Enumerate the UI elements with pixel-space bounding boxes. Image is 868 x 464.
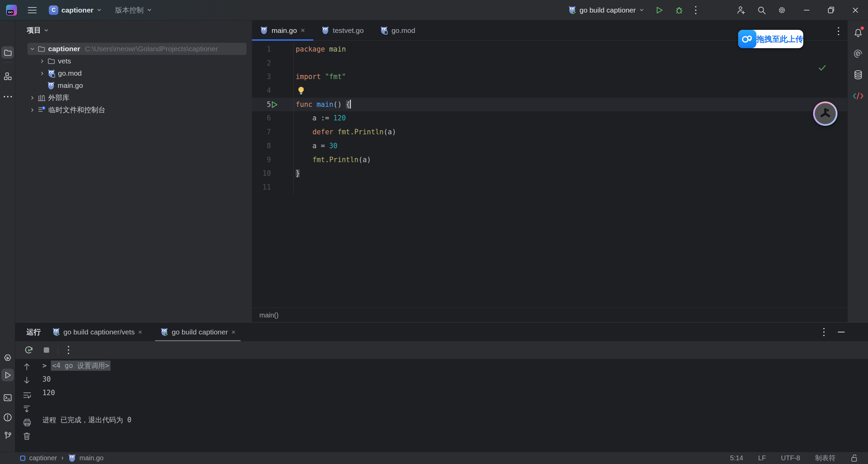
code-token: Println <box>354 128 383 136</box>
code-line-4: 4 <box>252 84 847 98</box>
console-printer-icon[interactable] <box>23 418 32 427</box>
code-token <box>325 45 329 53</box>
window-restore-button[interactable] <box>827 6 835 15</box>
run-console[interactable]: > <4 go 设置调用>30120进程 已完成，退出代码为 0 <box>42 359 868 452</box>
tab-close-icon[interactable]: × <box>138 328 142 336</box>
more-actions-icon[interactable] <box>694 5 697 15</box>
tree-item-vets[interactable]: vets <box>15 55 252 67</box>
run-more-options-icon[interactable] <box>67 345 70 355</box>
console-line: 进程 已完成，退出代码为 0 <box>42 413 868 427</box>
gutter-line-number[interactable]: 11 <box>252 180 294 194</box>
console-scroll-end-icon[interactable] <box>23 405 31 413</box>
stop-button[interactable] <box>42 346 51 354</box>
run-gutter-icon[interactable] <box>271 101 278 109</box>
run-panel-options-icon[interactable] <box>823 327 825 337</box>
editor-tab-main.go[interactable]: main.go× <box>252 20 313 40</box>
console-trash-icon[interactable] <box>23 432 31 441</box>
gutter-line-number[interactable]: 8 <box>252 139 294 153</box>
status-module-label[interactable]: captioner <box>29 454 57 462</box>
code-with-me-users-icon[interactable] <box>736 5 746 15</box>
chevron-right-icon[interactable] <box>40 71 45 76</box>
tree-item-外部库[interactable]: 外部库 <box>15 92 252 104</box>
tool-strip-services[interactable] <box>1 352 14 365</box>
code-token <box>321 73 325 81</box>
tree-item-label: go.mod <box>58 69 82 77</box>
chevron-right-icon[interactable] <box>30 95 35 100</box>
rerun-button[interactable] <box>24 345 34 355</box>
tree-item-go.mod[interactable]: go.mod <box>15 67 252 79</box>
lock-open-icon[interactable] <box>850 454 859 463</box>
run-tab-go-build-captioner-vets[interactable]: go build captioner/vets× <box>45 323 149 341</box>
window-minimize-button[interactable] <box>802 6 811 15</box>
status-widget-LF[interactable]: LF <box>758 454 766 462</box>
gopher-run-icon <box>568 6 576 14</box>
code-text <box>294 56 296 70</box>
gutter-line-number[interactable]: 4 <box>252 84 294 98</box>
gutter-line-number[interactable]: 5 <box>252 98 294 112</box>
intention-bulb-icon[interactable] <box>297 86 305 95</box>
upload-drop-overlay[interactable]: 拖拽至此上传 <box>738 30 803 48</box>
folder-icon <box>47 57 55 65</box>
tree-item-captioner[interactable]: captionerC:\Users\meowr\GolandProjects\c… <box>15 43 252 55</box>
tool-strip-problems[interactable] <box>1 411 14 424</box>
tool-strip-vcs-branch[interactable] <box>1 429 14 442</box>
project-panel-header[interactable]: 项目 <box>27 20 49 40</box>
gutter-line-number[interactable]: 9 <box>252 153 294 167</box>
status-widget-[interactable]: 制表符 <box>815 453 835 463</box>
run-configuration-widget[interactable]: go build captioner <box>568 6 644 14</box>
hide-tool-window-icon[interactable] <box>837 328 846 336</box>
status-widget-UTF8[interactable]: UTF-8 <box>781 454 800 462</box>
tree-item-label: 临时文件和控制台 <box>48 105 105 115</box>
code-text: fmt.Println(a) <box>294 153 371 167</box>
goland-logo-icon[interactable]: GO <box>6 5 17 16</box>
tree-item-path: C:\Users\meowr\GolandProjects\captioner <box>85 45 218 53</box>
tab-close-icon[interactable]: × <box>231 328 235 336</box>
tool-strip-project-folder[interactable] <box>1 46 14 59</box>
chevron-down-icon[interactable] <box>30 46 35 52</box>
gutter-line-number[interactable]: 1 <box>252 42 294 56</box>
run-tab-go-build-captioner[interactable]: go build captioner× <box>154 323 242 341</box>
console-arrow-down-icon[interactable] <box>23 376 31 385</box>
window-close-button[interactable] <box>851 6 860 15</box>
chevron-right-icon[interactable] <box>30 108 35 113</box>
console-folded-command[interactable]: <4 go 设置调用> <box>51 361 111 371</box>
floating-assistant-widget[interactable] <box>813 101 837 126</box>
code-token: Println <box>329 156 358 164</box>
project-widget[interactable]: C captioner <box>46 3 104 17</box>
tool-strip-database[interactable] <box>852 69 864 81</box>
vcs-widget[interactable]: 版本控制 <box>113 3 155 17</box>
status-file-label[interactable]: main.go <box>79 454 103 462</box>
main-menu-icon[interactable] <box>28 7 37 14</box>
editor-options-icon[interactable] <box>837 26 840 36</box>
run-button[interactable] <box>655 6 664 15</box>
editor-tab-testvet.go[interactable]: testvet.go <box>313 20 372 40</box>
status-breadcrumb[interactable]: captioner main.go <box>20 454 103 462</box>
editor-tab-go.mod[interactable]: go.mod <box>372 20 423 40</box>
tree-item-main.go[interactable]: main.go <box>15 79 252 92</box>
console-soft-wrap-icon[interactable] <box>23 391 32 399</box>
breadcrumb[interactable]: main() <box>252 308 847 322</box>
gutter-line-number[interactable]: 6 <box>252 111 294 125</box>
gutter-line-number[interactable]: 10 <box>252 167 294 180</box>
tool-strip-notifications[interactable] <box>852 26 864 39</box>
gopher-icon <box>47 81 55 90</box>
console-arrow-up-icon[interactable] <box>23 362 31 371</box>
search-everywhere-icon[interactable] <box>757 5 766 15</box>
tool-strip-run[interactable] <box>1 369 14 381</box>
tool-strip-structure[interactable] <box>1 70 14 82</box>
breadcrumb-item[interactable]: main() <box>259 311 279 319</box>
tree-item-临时文件和控制台[interactable]: 临时文件和控制台 <box>15 104 252 116</box>
code-editor[interactable]: 1package main23import "fmt"45func main()… <box>252 41 847 308</box>
gutter-line-number[interactable]: 3 <box>252 70 294 84</box>
chevron-right-icon[interactable] <box>40 59 45 64</box>
tool-strip-code-tag[interactable] <box>852 90 864 102</box>
settings-gear-icon[interactable] <box>777 5 787 15</box>
status-widget-514[interactable]: 5:14 <box>730 454 743 462</box>
gutter-line-number[interactable]: 7 <box>252 125 294 139</box>
tool-strip-more[interactable] <box>1 90 14 103</box>
tool-strip-terminal[interactable] <box>1 391 14 404</box>
debug-button[interactable] <box>675 6 684 15</box>
gutter-line-number[interactable]: 2 <box>252 56 294 70</box>
code-line-10: 10} <box>252 167 847 180</box>
tool-strip-ai-assistant[interactable] <box>852 47 864 60</box>
